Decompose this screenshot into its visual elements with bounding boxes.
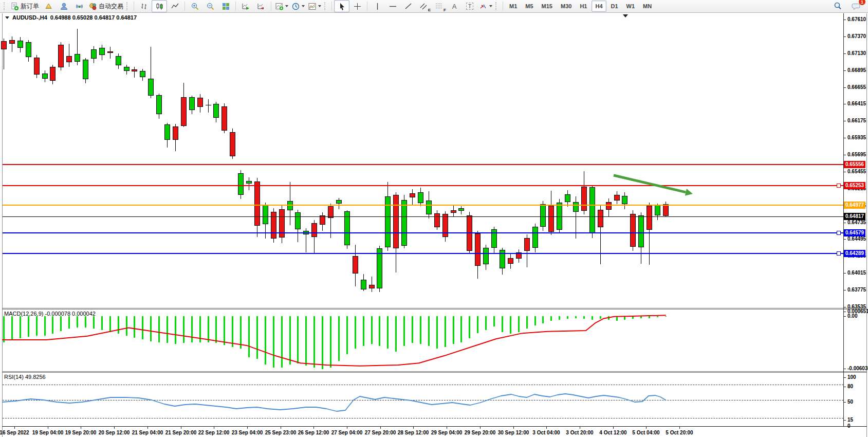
macd-histogram-bar xyxy=(428,316,430,346)
candle-body xyxy=(26,42,31,57)
price-axis-tick xyxy=(843,290,846,290)
macd-histogram-bar xyxy=(403,316,405,346)
candle-body xyxy=(156,95,162,114)
chart-dropdown-icon[interactable] xyxy=(5,16,9,19)
channel-icon xyxy=(419,2,428,11)
line-drag-handle[interactable] xyxy=(837,231,841,235)
equidistant-channel-button[interactable]: E xyxy=(416,0,431,12)
candle-body xyxy=(99,48,105,55)
notifications-button[interactable]: 1 xyxy=(848,0,864,12)
horizontal-line-0.65556[interactable] xyxy=(3,164,843,165)
text-label-button[interactable]: T xyxy=(462,0,477,12)
vertical-line-button[interactable] xyxy=(370,0,385,12)
auto-scroll-icon xyxy=(241,2,250,11)
macd-histogram-bar xyxy=(158,316,160,342)
candle-body xyxy=(42,74,48,79)
macd-histogram-bar xyxy=(445,316,446,347)
macd-histogram-bar xyxy=(36,316,38,336)
macd-histogram-bar xyxy=(191,316,193,342)
price-axis-tick xyxy=(843,138,846,138)
tile-windows-button[interactable] xyxy=(218,0,233,12)
horizontal-line-0.64977[interactable] xyxy=(3,205,843,206)
timeframe-button-m1[interactable]: M1 xyxy=(506,1,521,12)
cursor-button[interactable] xyxy=(334,0,349,12)
date-axis-tick xyxy=(480,427,481,429)
crosshair-button[interactable] xyxy=(349,0,365,12)
toolbar-separator xyxy=(367,2,367,11)
indicators-button[interactable] xyxy=(273,0,290,12)
macd-histogram-bar xyxy=(281,316,283,368)
timeframe-button-m15[interactable]: M15 xyxy=(538,1,556,12)
bar-chart-button[interactable] xyxy=(136,0,152,12)
signals-icon-button[interactable] xyxy=(71,0,87,12)
macd-histogram-bar xyxy=(134,316,135,338)
zoom-out-button[interactable] xyxy=(202,0,218,12)
line-drag-handle[interactable] xyxy=(837,184,841,188)
auto-trading-button[interactable]: 自动交易 xyxy=(87,0,125,12)
candle-body xyxy=(565,194,570,202)
macd-histogram-bar xyxy=(355,316,356,349)
timeframe-button-h1[interactable]: H1 xyxy=(576,1,590,12)
macd-histogram-bar xyxy=(150,316,152,341)
date-axis-label: 23 Sep 04:00 xyxy=(232,430,263,435)
timeframe-button-d1[interactable]: D1 xyxy=(607,1,622,12)
candle-body xyxy=(410,193,415,197)
candle-body xyxy=(475,233,481,266)
auto-trading-label: 自动交易 xyxy=(99,2,123,11)
zoom-in-button[interactable] xyxy=(187,0,202,12)
timeframe-button-m30[interactable]: M30 xyxy=(557,1,575,12)
candle-body xyxy=(124,67,130,71)
timeframe-button-m5[interactable]: M5 xyxy=(522,1,537,12)
horizontal-line-button[interactable] xyxy=(385,0,400,12)
arrows-button[interactable] xyxy=(477,0,494,12)
chevron-down-icon xyxy=(489,5,492,7)
horizontal-line-0.64579[interactable] xyxy=(3,232,843,233)
trendline-button[interactable] xyxy=(400,0,416,12)
timeframe-button-h4[interactable]: H4 xyxy=(592,1,606,12)
horizontal-line-0.64289[interactable] xyxy=(3,253,843,254)
line-drag-handle[interactable] xyxy=(837,251,841,256)
periods-button[interactable] xyxy=(290,0,306,12)
chart-shift-button[interactable] xyxy=(253,0,269,12)
candle-body xyxy=(116,56,121,65)
candle-wick xyxy=(372,277,372,292)
gold-icon-button[interactable] xyxy=(41,0,56,12)
date-axis-label: 19 Sep 04:00 xyxy=(32,430,64,435)
fibonacci-button[interactable]: F xyxy=(431,0,447,12)
window-border-right xyxy=(866,13,867,437)
new-order-button[interactable]: 新订单 xyxy=(9,0,41,12)
macd-histogram-bar xyxy=(542,316,544,323)
timeframe-button-w1[interactable]: W1 xyxy=(623,1,639,12)
template-icon xyxy=(308,2,317,11)
candlestick-chart-button[interactable] xyxy=(152,0,167,12)
macd-histogram-bar xyxy=(632,316,634,319)
date-axis-label: 3 Oct 04:00 xyxy=(532,430,560,435)
date-axis-tick xyxy=(313,427,314,429)
candle-body xyxy=(451,210,456,213)
macd-histogram-bar xyxy=(387,316,389,349)
timeframe-button-mn[interactable]: MN xyxy=(639,1,655,12)
search-button[interactable] xyxy=(830,0,845,12)
templates-button[interactable] xyxy=(306,0,323,12)
price-axis-tick xyxy=(843,239,846,240)
candle-body xyxy=(655,205,660,215)
date-axis-tick xyxy=(114,427,115,429)
rsi-axis-label: 100 xyxy=(847,374,856,380)
candle-wick xyxy=(208,99,209,113)
price-axis-tick xyxy=(843,20,846,20)
chart-shift-marker[interactable] xyxy=(623,14,628,17)
auto-scroll-button[interactable] xyxy=(238,0,253,12)
macd-histogram-bar xyxy=(575,316,577,318)
horizontal-line-0.64817[interactable] xyxy=(3,216,843,217)
trend-arrow-line[interactable] xyxy=(614,175,686,192)
toolbar-grip xyxy=(495,2,499,10)
terminal-icon-button[interactable] xyxy=(56,0,71,12)
candle-body xyxy=(361,280,366,289)
horizontal-line-0.65253[interactable] xyxy=(3,185,843,186)
line-chart-button[interactable] xyxy=(167,0,182,12)
trend-arrow-head[interactable] xyxy=(685,189,693,196)
macd-histogram-bar xyxy=(640,316,642,318)
date-axis-tick xyxy=(513,427,514,429)
text-button[interactable]: A xyxy=(447,0,462,12)
signal-icon xyxy=(75,2,84,11)
